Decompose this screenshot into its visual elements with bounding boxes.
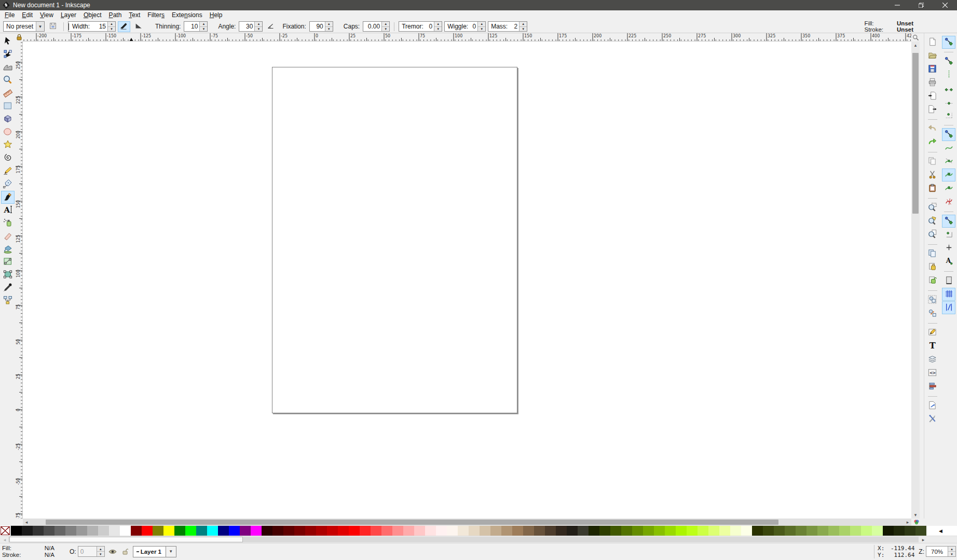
- swatch-2b0000[interactable]: [262, 526, 272, 536]
- swatch-e6e6e6[interactable]: [109, 526, 120, 536]
- tool-mesh-gradient[interactable]: [1, 269, 15, 282]
- swatch-33281e[interactable]: [556, 526, 567, 536]
- swatch-131800[interactable]: [883, 526, 894, 536]
- tilt-button[interactable]: [265, 21, 277, 32]
- swatch-c2ab8d[interactable]: [490, 526, 501, 536]
- horizontal-scrollbar[interactable]: ◂ ▸: [23, 519, 911, 526]
- menu-file[interactable]: File: [1, 10, 18, 20]
- tool-calligraphy[interactable]: [1, 191, 15, 204]
- snap-bbox-edges-button[interactable]: [942, 68, 955, 81]
- palette-scroll-left-arrow[interactable]: ◀: [939, 526, 942, 536]
- layer-selector[interactable]: Layer 1 ▼: [133, 546, 176, 557]
- swatch-ff2424[interactable]: [360, 526, 371, 536]
- swatch-e6d8c3[interactable]: [469, 526, 480, 536]
- snap-bbox-edge-midpoints-button[interactable]: [942, 95, 955, 108]
- tool-ellipse[interactable]: [1, 126, 15, 139]
- menu-view[interactable]: View: [36, 10, 57, 20]
- swatch-2a3200[interactable]: [752, 526, 763, 536]
- swatch-cafa82[interactable]: [861, 526, 872, 536]
- tool-rectangle[interactable]: [1, 100, 15, 113]
- color-managed-display-toggle[interactable]: [912, 519, 921, 526]
- menu-extensions[interactable]: Extensions: [168, 10, 206, 20]
- preferences-button[interactable]: [926, 413, 939, 426]
- swatch-ff4848[interactable]: [371, 526, 381, 536]
- menu-filters[interactable]: Filters: [144, 10, 168, 20]
- swatch-2e3e00[interactable]: [599, 526, 610, 536]
- swatch-f2e8d9[interactable]: [458, 526, 469, 536]
- layer-visibility-toggle[interactable]: [108, 547, 117, 556]
- tool-measure[interactable]: [1, 87, 15, 100]
- vscroll-thumb[interactable]: [912, 53, 919, 214]
- swatch-808080[interactable]: [65, 526, 76, 536]
- save-preset-button[interactable]: [47, 21, 59, 32]
- spin-stepper[interactable]: ▲▼: [477, 22, 485, 31]
- snap-paths-button[interactable]: [942, 142, 955, 155]
- group-button[interactable]: [926, 293, 939, 306]
- doc-open-button[interactable]: [926, 49, 939, 62]
- angle-spin[interactable]: 30▲▼: [239, 21, 263, 32]
- duplicate-button[interactable]: [926, 247, 939, 260]
- swatch-bdff17[interactable]: [687, 526, 698, 536]
- swatch-c70000[interactable]: [327, 526, 338, 536]
- swatch-008000[interactable]: [174, 526, 185, 536]
- zoom-page-button[interactable]: [926, 228, 939, 241]
- swatch-9e7d5a[interactable]: [512, 526, 523, 536]
- canvas[interactable]: [23, 41, 911, 519]
- zoom-spinbox[interactable]: 70% ▲▼: [926, 546, 956, 557]
- snap-guides-button[interactable]: [942, 301, 955, 314]
- copy-button[interactable]: [926, 155, 939, 168]
- snap-bbox-corners-button[interactable]: [942, 82, 955, 95]
- mass-spin[interactable]: Mass:2▲▼: [488, 21, 527, 32]
- swatch-fb0000[interactable]: [349, 526, 360, 536]
- menu-text[interactable]: Text: [125, 10, 144, 20]
- swatch-000000[interactable]: [11, 526, 22, 536]
- clone-button[interactable]: [926, 261, 939, 274]
- document-properties-button[interactable]: [926, 399, 939, 412]
- spin-stepper[interactable]: ▲▼: [325, 22, 333, 31]
- swatch-800080[interactable]: [240, 526, 251, 536]
- swatch-3a481e[interactable]: [915, 526, 926, 536]
- swatch-ffff00[interactable]: [163, 526, 174, 536]
- snap-bbox-button[interactable]: [942, 55, 955, 68]
- snap-object-centers-button[interactable]: [942, 228, 955, 241]
- tool-gradient[interactable]: [1, 256, 15, 269]
- tremor-spin[interactable]: Tremor:0▲▼: [399, 21, 442, 32]
- hscroll-thumb[interactable]: [46, 520, 778, 525]
- swatch-666666[interactable]: [54, 526, 65, 536]
- tool-connector[interactable]: [1, 295, 15, 307]
- menu-layer[interactable]: Layer: [57, 10, 80, 20]
- tool-box3d[interactable]: [1, 113, 15, 126]
- spin-stepper[interactable]: ▲▼: [519, 22, 527, 31]
- swatch-000080[interactable]: [218, 526, 229, 536]
- menu-object[interactable]: Object: [80, 10, 105, 20]
- swatch-9ada00[interactable]: [665, 526, 676, 536]
- tool-selector[interactable]: [1, 35, 15, 48]
- minimize-button[interactable]: [885, 0, 909, 10]
- snap-line-midpoints-button[interactable]: [942, 195, 955, 208]
- swatch-83674a[interactable]: [523, 526, 534, 536]
- swatch-bae675[interactable]: [850, 526, 861, 536]
- preset-combo[interactable]: No preset▼: [3, 21, 45, 32]
- swatch-ff6c6c[interactable]: [381, 526, 392, 536]
- width-spin[interactable]: Width:15▲▼: [68, 21, 116, 32]
- document-page[interactable]: [272, 67, 517, 413]
- thinning-spin[interactable]: 10▲▼: [184, 21, 208, 32]
- close-button[interactable]: [933, 0, 957, 10]
- swatch-4d3c2c[interactable]: [545, 526, 556, 536]
- scroll-right-arrow[interactable]: ▸: [904, 519, 911, 526]
- fill-stroke-dialog-button[interactable]: [926, 326, 939, 339]
- vertical-scrollbar[interactable]: ▴ ▾: [911, 41, 920, 519]
- swatch-ffabab[interactable]: [403, 526, 414, 536]
- ungroup-button[interactable]: [926, 307, 939, 320]
- swatch-5f0000[interactable]: [283, 526, 294, 536]
- swatch-6a8234[interactable]: [796, 526, 806, 536]
- lock-guides-icon[interactable]: [16, 33, 23, 41]
- zoom-drawing-button[interactable]: [926, 215, 939, 228]
- opacity-stepper[interactable]: ▲▼: [97, 547, 104, 556]
- swatch-ffffff[interactable]: [120, 526, 131, 536]
- swatch-790000[interactable]: [294, 526, 305, 536]
- trace-toggle[interactable]: [132, 21, 145, 32]
- swatch-fff1f1[interactable]: [436, 526, 447, 536]
- restore-button[interactable]: [909, 0, 933, 10]
- swatch-ff0000[interactable]: [142, 526, 153, 536]
